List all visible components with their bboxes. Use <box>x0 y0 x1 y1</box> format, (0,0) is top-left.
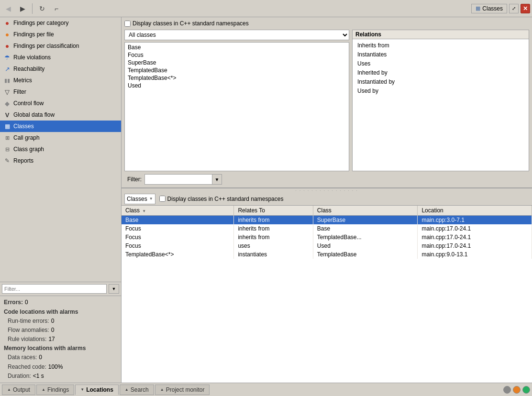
table-row[interactable]: Base inherits from SuperBase main.cpp:3.… <box>122 216 532 225</box>
sidebar-item-label: Reports <box>13 157 33 164</box>
class-relations-table: Class ▼ Relates To Class Location <box>122 206 532 259</box>
forward-button[interactable]: ▶ <box>16 2 29 15</box>
cell-relates-to: uses <box>234 242 313 250</box>
reached-code-label: Reached code: <box>8 363 46 372</box>
tab-findings[interactable]: ▲ Findings <box>36 385 74 395</box>
cell-relates-to: inherits from <box>234 216 313 225</box>
stop-button[interactable]: ⌐ <box>50 2 63 15</box>
reached-code-value: 100% <box>48 363 63 372</box>
data-table[interactable]: Class ▼ Relates To Class Location <box>122 206 532 383</box>
sidebar-item-classes[interactable]: ▦ Classes <box>0 121 121 132</box>
relation-inherits-from[interactable]: Inherits from <box>355 41 526 50</box>
col-header-location[interactable]: Location <box>418 206 532 216</box>
relation-uses[interactable]: Uses <box>355 59 526 68</box>
classes-tab-label: ▦ Classes <box>471 4 507 13</box>
table-row[interactable]: TemplatedBase<*> instantiates TemplatedB… <box>122 250 532 259</box>
sidebar-filter-input[interactable] <box>2 284 107 294</box>
table-row[interactable]: Focus uses Used main.cpp:17.0-24.1 <box>122 242 532 250</box>
cell-relates-to: inherits from <box>234 233 313 242</box>
rule-violations-icon: ☂ <box>4 54 11 61</box>
tab-project-monitor[interactable]: ▲ Project monitor <box>155 385 210 395</box>
table-body: Base inherits from SuperBase main.cpp:3.… <box>122 216 532 259</box>
refresh-button[interactable]: ↻ <box>36 2 48 15</box>
runtime-errors-value: 0 <box>51 317 55 326</box>
class-item-templatedbase[interactable]: TemplatedBase <box>126 66 348 74</box>
rule-violations-value: 17 <box>48 335 55 344</box>
sidebar-item-call-graph[interactable]: ⊞ Call graph <box>0 132 121 143</box>
relation-instantiates[interactable]: Instantiates <box>355 50 526 59</box>
relations-title: Relations <box>355 31 381 38</box>
table-header-row: Class ▼ Relates To Class Location <box>122 206 532 216</box>
tab-locations[interactable]: ▼ Locations <box>75 385 119 395</box>
resize-button[interactable]: ⤢ <box>509 4 519 13</box>
relation-inherited-by[interactable]: Inherited by <box>355 68 526 77</box>
rule-violations-label: Rule violations: <box>8 335 46 344</box>
class-listbox[interactable]: Base Focus SuperBase TemplatedBase Templ… <box>124 42 349 171</box>
all-classes-dropdown[interactable]: All classes <box>124 30 349 40</box>
flow-anomalies-label: Flow anomalies: <box>8 326 49 335</box>
sidebar-item-global-data-flow[interactable]: V Global data flow <box>0 109 121 121</box>
class-item-superbase[interactable]: SuperBase <box>126 59 348 66</box>
locations-tab-label: Locations <box>86 386 113 393</box>
errors-label: Errors: <box>4 298 23 307</box>
tab-search[interactable]: ▲ Search <box>120 385 154 395</box>
cell-class: Focus <box>122 224 234 233</box>
reports-icon: ✎ <box>4 157 11 164</box>
table-row[interactable]: Focus inherits from TemplatedBase... mai… <box>122 233 532 242</box>
display-classes-checkbox[interactable] <box>124 21 131 27</box>
sidebar-filter-dropdown[interactable]: ▼ <box>109 284 119 294</box>
filter-icon: ▽ <box>4 88 11 95</box>
sidebar-item-control-flow[interactable]: ◆ Control flow <box>0 98 121 109</box>
class-item-focus[interactable]: Focus <box>126 51 348 59</box>
classes-dropdown-lower[interactable]: Classes ▼ <box>124 194 155 204</box>
relation-instantiated-by[interactable]: Instantiated by <box>355 77 526 86</box>
class-item-base[interactable]: Base <box>126 44 348 51</box>
col-location-label: Location <box>421 207 443 214</box>
sidebar-item-findings-per-classification[interactable]: ● Findings per classification <box>0 40 121 52</box>
lower-display-classes-checkbox[interactable] <box>159 196 166 202</box>
project-monitor-tab-label: Project monitor <box>166 386 205 393</box>
sidebar-item-class-graph[interactable]: ⊟ Class graph <box>0 143 121 155</box>
relation-used-by[interactable]: Used by <box>355 87 526 95</box>
sidebar-item-label: Filter <box>13 88 26 95</box>
sidebar-item-findings-per-category[interactable]: ● Findings per category <box>0 17 121 29</box>
cell-location: main.cpp:17.0-24.1 <box>418 233 532 242</box>
sidebar-item-label: Control flow <box>13 100 44 107</box>
classes-tab-icon: ▦ <box>476 5 480 11</box>
cell-class2: SuperBase <box>313 216 418 225</box>
upper-section: Display classes in C++ standard namespac… <box>122 17 532 188</box>
classes-dropdown-label: Classes <box>127 196 147 202</box>
search-tab-label: Search <box>131 386 149 393</box>
cell-class2: TemplatedBase... <box>313 233 418 242</box>
sidebar-item-label: Call graph <box>13 134 40 141</box>
close-button[interactable]: ✕ <box>521 4 530 13</box>
sidebar-item-filter[interactable]: ▽ Filter <box>0 86 121 98</box>
lower-display-classes-label[interactable]: Display classes in C++ standard namespac… <box>159 196 284 202</box>
display-classes-checkbox-label[interactable]: Display classes in C++ standard namespac… <box>124 20 249 27</box>
drag-divider[interactable]: · · · · · · · · · · · · · · · · <box>122 188 532 192</box>
class-item-used[interactable]: Used <box>126 82 348 89</box>
sidebar-item-label: Global data flow <box>13 111 55 118</box>
sidebar-item-label: Findings per category <box>13 20 68 26</box>
display-classes-label: Display classes in C++ standard namespac… <box>133 20 249 27</box>
table-row[interactable]: Focus inherits from Base main.cpp:17.0-2… <box>122 224 532 233</box>
back-button[interactable]: ◀ <box>2 2 14 15</box>
col-header-relates-to[interactable]: Relates To <box>234 206 313 216</box>
sidebar-item-rule-violations[interactable]: ☂ Rule violations <box>0 52 121 63</box>
col-header-class2[interactable]: Class <box>313 206 418 216</box>
sidebar-item-reports[interactable]: ✎ Reports <box>0 155 121 166</box>
data-races-value: 0 <box>39 353 42 362</box>
output-tab-label: Output <box>13 386 30 393</box>
col-header-class[interactable]: Class ▼ <box>122 206 234 216</box>
status-circle-green <box>522 386 530 394</box>
tab-output[interactable]: ▲ Output <box>2 385 35 395</box>
filter-input-container: ▼ <box>144 174 222 185</box>
filter-dropdown-btn[interactable]: ▼ <box>212 175 222 184</box>
filter-input[interactable] <box>145 176 212 183</box>
sidebar-item-metrics[interactable]: ▮▮ Metrics <box>0 75 121 86</box>
class-item-templatedbase-star[interactable]: TemplatedBase<*> <box>126 74 348 82</box>
filter-label: Filter: <box>127 176 142 183</box>
cell-location: main.cpp:9.0-13.1 <box>418 250 532 259</box>
sidebar-item-reachability[interactable]: ↗ Reachability <box>0 63 121 75</box>
sidebar-item-findings-per-file[interactable]: ● Findings per file <box>0 29 121 40</box>
